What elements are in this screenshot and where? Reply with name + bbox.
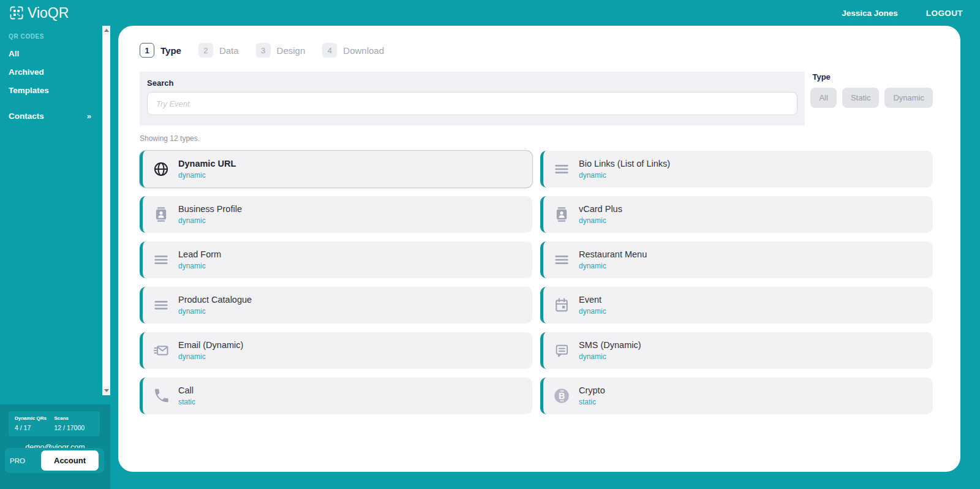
qr-type-title: vCard Plus: [579, 204, 622, 214]
triangle-down-icon: [104, 389, 109, 392]
step-label: Data: [219, 45, 239, 56]
sms-icon: [552, 341, 571, 360]
qr-type-subtitle: dynamic: [178, 171, 236, 180]
phone-icon: [152, 387, 170, 405]
chevron-double-right-icon: »: [87, 112, 91, 121]
account-button[interactable]: Account: [41, 450, 99, 471]
qr-type-subtitle: static: [178, 398, 195, 406]
main-panel: 1 Type 2 Data 3 Design 4 Download Search…: [118, 26, 960, 472]
step-number: 2: [198, 43, 213, 58]
stat-label: Scans: [55, 415, 94, 421]
step-download[interactable]: 4 Download: [322, 43, 384, 58]
results-summary: Showing 12 types.: [140, 134, 933, 143]
svg-text:B: B: [559, 391, 565, 401]
sidebar-contacts-label: Contacts: [9, 112, 44, 121]
step-label: Type: [160, 45, 181, 56]
scroll-up-button[interactable]: [102, 26, 110, 35]
list-icon: [152, 251, 170, 269]
qr-type-card[interactable]: vCard Plus dynamic: [540, 196, 933, 233]
qr-type-title: Restaurant Menu: [579, 249, 647, 260]
qr-type-title: Event: [579, 295, 606, 305]
qr-type-title: Product Catalogue: [178, 295, 252, 305]
qr-type-card[interactable]: Email (Dynamic) dynamic: [140, 332, 532, 369]
qr-type-card[interactable]: Call static: [140, 377, 532, 414]
filter-static-button[interactable]: Static: [842, 88, 880, 108]
qr-type-subtitle: dynamic: [178, 262, 221, 270]
qr-type-subtitle: dynamic: [579, 171, 670, 180]
qr-type-card[interactable]: Restaurant Menu dynamic: [540, 241, 933, 278]
qr-type-subtitle: dynamic: [579, 262, 647, 270]
step-type[interactable]: 1 Type: [140, 43, 181, 58]
qr-type-card[interactable]: B Crypto static: [540, 377, 933, 414]
app-logo-text: VioQR: [28, 5, 69, 21]
qr-type-grid: Dynamic URL dynamic Bio Links (List of L…: [140, 151, 933, 414]
qr-type-card[interactable]: SMS (Dynamic) dynamic: [540, 332, 933, 369]
qr-type-subtitle: static: [579, 398, 605, 406]
user-name[interactable]: Jessica Jones: [842, 9, 898, 18]
bitcoin-icon: B: [552, 387, 571, 405]
list-icon: [152, 296, 170, 314]
qr-logo-icon: [9, 5, 24, 21]
scroll-down-button[interactable]: [102, 386, 110, 395]
step-number: 3: [256, 43, 271, 58]
sidebar-item-templates[interactable]: Templates: [9, 86, 102, 95]
sidebar-footer: Dynamic QRs 4 / 17 Scans 12 / 17000 demo…: [0, 404, 110, 489]
plan-usage-stats: Dynamic QRs 4 / 17 Scans 12 / 17000: [9, 411, 100, 436]
qr-type-title: Dynamic URL: [178, 159, 236, 169]
qr-type-subtitle: dynamic: [579, 307, 606, 316]
account-box: PRO Account: [5, 448, 104, 473]
sidebar-scrollbar[interactable]: [102, 26, 110, 395]
wizard-stepper: 1 Type 2 Data 3 Design 4 Download: [140, 43, 933, 58]
stat-label: Dynamic QRs: [15, 415, 55, 421]
qr-type-subtitle: dynamic: [579, 216, 622, 225]
logout-button[interactable]: LOGOUT: [926, 9, 963, 18]
globe-icon: [152, 160, 170, 178]
sidebar-item-all[interactable]: All: [9, 50, 102, 58]
filter-all-button[interactable]: All: [810, 88, 836, 108]
qr-type-card[interactable]: Lead Form dynamic: [140, 241, 532, 278]
step-data[interactable]: 2 Data: [198, 43, 239, 58]
qr-type-subtitle: dynamic: [579, 352, 641, 361]
qr-type-subtitle: dynamic: [178, 216, 242, 225]
qr-type-title: Crypto: [579, 385, 605, 396]
triangle-up-icon: [104, 29, 109, 32]
sidebar-section-title: QR CODES: [9, 33, 102, 40]
top-bar: VioQR Jessica Jones LOGOUT: [0, 0, 980, 26]
qr-type-card[interactable]: Product Catalogue dynamic: [140, 287, 532, 324]
step-design[interactable]: 3 Design: [256, 43, 306, 58]
step-number: 4: [322, 43, 337, 58]
app-logo[interactable]: VioQR: [9, 5, 69, 21]
step-number: 1: [140, 43, 154, 58]
stat-value: 4 / 17: [15, 424, 55, 431]
step-label: Download: [343, 45, 384, 56]
calendar-icon: [552, 296, 571, 314]
type-filter: Type All Static Dynamic: [810, 72, 933, 108]
filter-dynamic-button[interactable]: Dynamic: [884, 88, 933, 108]
qr-type-card[interactable]: Business Profile dynamic: [140, 196, 532, 233]
type-filter-label: Type: [812, 72, 933, 82]
stat-dynamic-qrs: Dynamic QRs 4 / 17: [15, 415, 55, 431]
qr-type-card[interactable]: Event dynamic: [540, 287, 933, 324]
sidebar-item-contacts[interactable]: Contacts »: [9, 112, 102, 121]
step-label: Design: [277, 45, 306, 56]
search-filter-row: Search Type All Static Dynamic: [140, 72, 933, 126]
stat-value: 12 / 17000: [55, 424, 94, 431]
qr-type-card[interactable]: Bio Links (List of Links) dynamic: [540, 151, 933, 188]
id-card-icon: [152, 205, 170, 224]
qr-type-title: SMS (Dynamic): [579, 340, 641, 351]
search-section: Search: [140, 72, 805, 126]
qr-type-subtitle: dynamic: [178, 352, 243, 361]
qr-type-title: Bio Links (List of Links): [579, 159, 670, 169]
search-input[interactable]: [147, 92, 797, 115]
qr-type-card[interactable]: Dynamic URL dynamic: [140, 151, 532, 188]
qr-type-title: Email (Dynamic): [178, 340, 243, 351]
qr-type-title: Call: [178, 385, 195, 396]
search-label: Search: [147, 78, 797, 88]
sidebar-item-archived[interactable]: Archived: [9, 68, 102, 77]
id-card-icon: [552, 205, 571, 224]
list-icon: [552, 251, 571, 269]
qr-type-title: Business Profile: [178, 204, 242, 214]
plan-badge: PRO: [10, 457, 25, 464]
email-icon: [152, 341, 170, 360]
qr-type-title: Lead Form: [178, 249, 221, 260]
